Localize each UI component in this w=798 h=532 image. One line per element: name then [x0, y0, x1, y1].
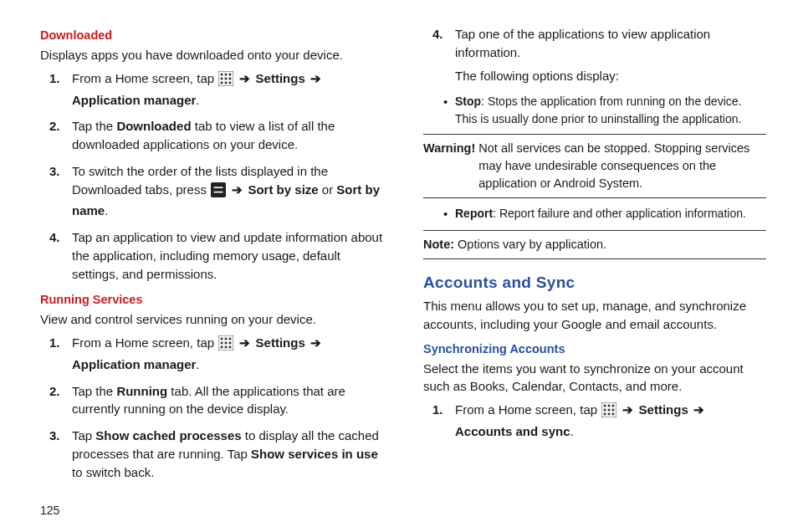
continued-steps: Tap one of the applications to view appl…	[423, 25, 766, 84]
stop-label: Stop	[455, 95, 481, 108]
downloaded-steps: From a Home screen, tap ➔ Settings ➔ App…	[40, 69, 383, 284]
sort-size-label: Sort by size	[248, 182, 318, 197]
run-step-1: From a Home screen, tap ➔ Settings ➔ App…	[70, 334, 383, 374]
run-step-2: Tap the Running tab. All the application…	[70, 382, 383, 419]
heading-accounts-sync: Accounts and Sync	[423, 271, 766, 294]
bullet-stop-text: Stop: Stops the application from running…	[455, 93, 766, 127]
apps-icon	[218, 335, 233, 356]
settings-label: Settings	[639, 402, 688, 417]
report-desc: : Report failure and other application i…	[493, 207, 746, 220]
settings-label: Settings	[256, 335, 305, 350]
dl-step-1: From a Home screen, tap ➔ Settings ➔ App…	[70, 69, 383, 110]
appmgr-label: Application manager	[72, 93, 196, 107]
text: Tap	[72, 428, 95, 442]
text: From a Home screen, tap	[72, 335, 217, 350]
text: Tap the	[72, 384, 116, 398]
show-cached-label: Show cached processes	[95, 428, 241, 442]
sync-intro: Select the items you want to synchronize…	[423, 360, 766, 396]
period: .	[570, 424, 574, 438]
page-number: 125	[40, 504, 59, 517]
right-column: Tap one of the applications to view appl…	[418, 23, 766, 524]
period: .	[105, 203, 108, 217]
arrow-icon: ➔	[309, 71, 323, 85]
options-list: • Stop: Stops the application from runni…	[443, 93, 766, 127]
document-page: Downloaded Displays apps you have downlo…	[0, 0, 798, 532]
report-label: Report	[455, 207, 493, 220]
heading-downloaded: Downloaded	[40, 27, 383, 44]
note-label: Note:	[423, 238, 454, 251]
running-tab-label: Running	[116, 384, 167, 398]
dl-step-3: To switch the order of the lists display…	[70, 162, 383, 220]
running-steps: From a Home screen, tap ➔ Settings ➔ App…	[40, 334, 383, 481]
arrow-icon: ➔	[230, 182, 244, 197]
text: or	[319, 182, 337, 197]
heading-running-services: Running Services	[40, 291, 383, 309]
text: Tap the	[72, 119, 116, 133]
accounts-sync-label: Accounts and sync	[455, 424, 570, 438]
warning-box: Warning! Not all services can be stopped…	[423, 134, 766, 198]
arrow-icon: ➔	[238, 71, 252, 85]
show-inuse-label: Show services in use	[251, 447, 378, 461]
menu-key-icon	[211, 182, 226, 202]
bullet-stop: • Stop: Stops the application from runni…	[443, 93, 766, 127]
accounts-intro: This menu allows you to set up, manage, …	[423, 297, 766, 334]
note-box: Note: Options vary by application.	[423, 230, 766, 259]
bullet-icon: •	[443, 93, 455, 127]
sync-steps: From a Home screen, tap ➔ Settings ➔ Acc…	[423, 401, 766, 441]
arrow-icon: ➔	[309, 335, 323, 350]
text: to switch back.	[72, 465, 154, 479]
apps-icon	[218, 71, 233, 91]
left-column: Downloaded Displays apps you have downlo…	[40, 23, 388, 524]
bullet-report: • Report: Report failure and other appli…	[443, 205, 766, 223]
bullet-report-text: Report: Report failure and other applica…	[455, 205, 766, 223]
step4-line2: The following options display:	[455, 67, 766, 85]
apps-icon	[601, 402, 616, 422]
sync-step-1: From a Home screen, tap ➔ Settings ➔ Acc…	[453, 401, 766, 441]
stop-desc: : Stops the application from running on …	[455, 95, 741, 125]
downloaded-intro: Displays apps you have downloaded onto y…	[40, 46, 383, 64]
warning-label: Warning!	[423, 140, 478, 192]
text: From a Home screen, tap	[72, 71, 217, 85]
text: From a Home screen, tap	[455, 402, 601, 417]
period: .	[196, 93, 199, 107]
running-intro: View and control services running on you…	[40, 310, 383, 329]
dl-step-2: Tap the Downloaded tab to view a list of…	[70, 117, 383, 154]
dl-step-4: Tap an application to view and update in…	[70, 228, 383, 283]
downloaded-tab-label: Downloaded	[116, 119, 191, 133]
bullet-icon: •	[443, 205, 455, 223]
arrow-icon: ➔	[238, 335, 252, 350]
appmgr-label: Application manager	[72, 357, 196, 371]
step4-line1: Tap one of the applications to view appl…	[455, 25, 766, 62]
arrow-icon: ➔	[621, 402, 635, 417]
note-text: Options vary by application.	[454, 238, 606, 251]
settings-label: Settings	[256, 71, 305, 85]
warning-text: Not all services can be stopped. Stoppin…	[478, 140, 766, 192]
period: .	[196, 357, 199, 371]
arrow-icon: ➔	[692, 402, 706, 417]
heading-sync-accounts: Synchronizing Accounts	[423, 340, 766, 358]
cont-step-4: Tap one of the applications to view appl…	[453, 25, 766, 84]
run-step-3: Tap Show cached processes to display all…	[70, 427, 383, 481]
options-list-2: • Report: Report failure and other appli…	[443, 205, 766, 223]
